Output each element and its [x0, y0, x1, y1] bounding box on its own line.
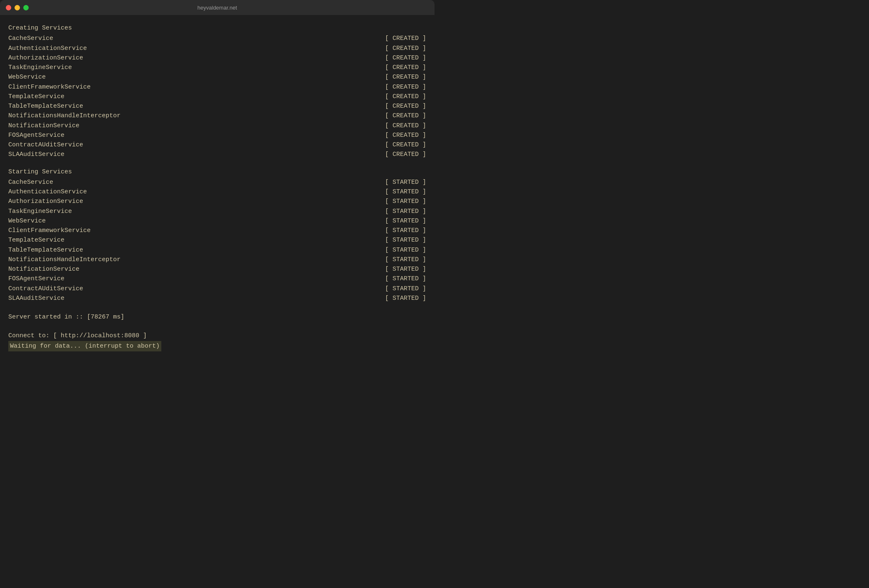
- service-name: AuthenticationService: [8, 44, 87, 53]
- service-started-status: [ STARTED ]: [368, 235, 426, 245]
- service-created-status: [ CREATED ]: [368, 131, 426, 140]
- service-started-status: [ STARTED ]: [368, 264, 426, 274]
- service-name: TableTemplateService: [8, 101, 83, 111]
- titlebar: heyvaldemar.net: [0, 0, 434, 15]
- service-name: TaskEngineService: [8, 207, 72, 216]
- service-name: AuthenticationService: [8, 187, 87, 197]
- maximize-button[interactable]: [23, 5, 29, 10]
- service-created-row: TableTemplateService[ CREATED ]: [8, 101, 426, 111]
- service-name: TemplateService: [8, 235, 64, 245]
- service-started-row: FOSAgentService[ STARTED ]: [8, 274, 426, 284]
- service-started-status: [ STARTED ]: [368, 226, 426, 235]
- service-started-row: TaskEngineService[ STARTED ]: [8, 207, 426, 216]
- service-name: NotificationsHandleInterceptor: [8, 255, 121, 264]
- service-name: TemplateService: [8, 92, 64, 101]
- service-name: FOSAgentService: [8, 131, 64, 140]
- service-name: NotificationsHandleInterceptor: [8, 111, 121, 121]
- service-created-status: [ CREATED ]: [368, 111, 426, 121]
- service-name: CacheService: [8, 34, 53, 43]
- traffic-lights: [6, 5, 29, 10]
- service-created-status: [ CREATED ]: [368, 53, 426, 63]
- service-created-row: WebService[ CREATED ]: [8, 72, 426, 82]
- waiting-line-container: Waiting for data... (interrupt to abort): [8, 341, 426, 351]
- service-created-row: FOSAgentService[ CREATED ]: [8, 131, 426, 140]
- terminal-window: heyvaldemar.net Creating Services CacheS…: [0, 0, 434, 360]
- service-started-status: [ STARTED ]: [368, 284, 426, 294]
- starting-header: Starting Services: [8, 167, 426, 177]
- connect-line: Connect to: [ http://localhost:8080 ]: [8, 331, 426, 341]
- service-created-row: CacheService[ CREATED ]: [8, 34, 426, 43]
- service-created-row: AuthenticationService[ CREATED ]: [8, 44, 426, 53]
- service-name: SLAAuditService: [8, 294, 64, 303]
- service-started-row: AuthenticationService[ STARTED ]: [8, 187, 426, 197]
- server-info: Server started in :: [78267 ms]: [8, 312, 426, 322]
- service-started-row: ContractAUditService[ STARTED ]: [8, 284, 426, 294]
- service-created-row: ContractAUditService[ CREATED ]: [8, 140, 426, 150]
- service-created-status: [ CREATED ]: [368, 72, 426, 82]
- connect-to-text: Connect to: [ http://localhost:8080 ]: [8, 332, 147, 339]
- service-name: CacheService: [8, 178, 53, 187]
- service-created-status: [ CREATED ]: [368, 150, 426, 159]
- service-started-status: [ STARTED ]: [368, 294, 426, 303]
- window-title: heyvaldemar.net: [198, 5, 237, 11]
- service-name: NotificationService: [8, 121, 79, 131]
- service-created-status: [ CREATED ]: [368, 140, 426, 150]
- service-started-status: [ STARTED ]: [368, 207, 426, 216]
- service-started-row: TableTemplateService[ STARTED ]: [8, 245, 426, 255]
- service-started-row: NotificationsHandleInterceptor[ STARTED …: [8, 255, 426, 264]
- service-created-row: TaskEngineService[ CREATED ]: [8, 63, 426, 72]
- service-name: ClientFrameworkService: [8, 82, 91, 92]
- terminal-body: Creating Services CacheService[ CREATED …: [0, 15, 434, 360]
- service-name: ContractAUditService: [8, 140, 83, 150]
- service-started-row: ClientFrameworkService[ STARTED ]: [8, 226, 426, 235]
- server-started-text: Server started in :: [78267 ms]: [8, 314, 124, 321]
- service-started-row: AuthorizationService[ STARTED ]: [8, 197, 426, 206]
- service-name: AuthorizationService: [8, 53, 83, 63]
- service-name: TaskEngineService: [8, 63, 72, 72]
- started-services-list: CacheService[ STARTED ]AuthenticationSer…: [8, 178, 426, 303]
- service-name: NotificationService: [8, 264, 79, 274]
- service-created-status: [ CREATED ]: [368, 44, 426, 53]
- service-created-status: [ CREATED ]: [368, 34, 426, 43]
- service-created-status: [ CREATED ]: [368, 101, 426, 111]
- service-created-row: NotificationService[ CREATED ]: [8, 121, 426, 131]
- service-created-row: NotificationsHandleInterceptor[ CREATED …: [8, 111, 426, 121]
- service-started-row: CacheService[ STARTED ]: [8, 178, 426, 187]
- service-started-status: [ STARTED ]: [368, 197, 426, 206]
- service-created-status: [ CREATED ]: [368, 92, 426, 101]
- service-created-status: [ CREATED ]: [368, 121, 426, 131]
- service-name: FOSAgentService: [8, 274, 64, 284]
- service-started-row: SLAAuditService[ STARTED ]: [8, 294, 426, 303]
- close-button[interactable]: [6, 5, 11, 10]
- service-started-status: [ STARTED ]: [368, 187, 426, 197]
- service-name: AuthorizationService: [8, 197, 83, 206]
- service-started-status: [ STARTED ]: [368, 255, 426, 264]
- service-name: ContractAUditService: [8, 284, 83, 294]
- service-name: TableTemplateService: [8, 245, 83, 255]
- service-created-row: SLAAuditService[ CREATED ]: [8, 150, 426, 159]
- service-created-status: [ CREATED ]: [368, 63, 426, 72]
- minimize-button[interactable]: [15, 5, 20, 10]
- service-started-status: [ STARTED ]: [368, 178, 426, 187]
- service-started-row: WebService[ STARTED ]: [8, 216, 426, 226]
- service-started-status: [ STARTED ]: [368, 274, 426, 284]
- service-name: ClientFrameworkService: [8, 226, 91, 235]
- service-started-row: NotificationService[ STARTED ]: [8, 264, 426, 274]
- service-started-status: [ STARTED ]: [368, 216, 426, 226]
- creating-header: Creating Services: [8, 23, 426, 33]
- service-started-row: TemplateService[ STARTED ]: [8, 235, 426, 245]
- service-created-row: AuthorizationService[ CREATED ]: [8, 53, 426, 63]
- waiting-text: Waiting for data... (interrupt to abort): [8, 341, 161, 351]
- service-created-row: ClientFrameworkService[ CREATED ]: [8, 82, 426, 92]
- service-name: WebService: [8, 72, 46, 82]
- service-started-status: [ STARTED ]: [368, 245, 426, 255]
- service-created-row: TemplateService[ CREATED ]: [8, 92, 426, 101]
- service-name: WebService: [8, 216, 46, 226]
- created-services-list: CacheService[ CREATED ]AuthenticationSer…: [8, 34, 426, 159]
- service-name: SLAAuditService: [8, 150, 64, 159]
- service-created-status: [ CREATED ]: [368, 82, 426, 92]
